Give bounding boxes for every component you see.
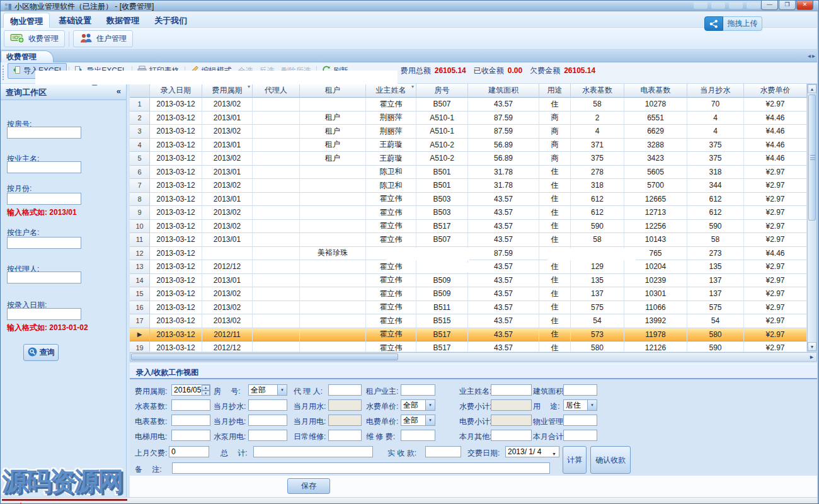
scroll-up-icon[interactable]: ▲ [808,84,816,93]
table-row[interactable]: 52013-03-122013/02租户王蔚璇A510-256.89商37534… [130,152,807,166]
row-header-cell[interactable]: 13 [130,260,150,274]
row-header-cell[interactable]: 3 [130,125,150,139]
row-header-cell[interactable]: 8 [130,193,150,207]
query-input[interactable] [7,308,81,320]
table-row[interactable]: 142013-03-122013/01霍立伟B50943.57住13510239… [130,274,807,288]
table-row[interactable]: 32013-03-122013/02租户荆丽萍A510-187.59商46629… [130,125,807,139]
dropdown-arrow-icon[interactable]: ▼ [425,400,435,410]
column-header[interactable]: 用途 [539,84,571,98]
table-row[interactable]: 12013-03-122013/02霍立伟B50743.57住581027870… [130,98,807,112]
confirm-payment-button[interactable]: 确认收款 [590,446,631,474]
menu-item-1[interactable]: 基础设置 [52,13,98,29]
scroll-right-icon[interactable]: ▶ [808,353,816,360]
form-input[interactable] [401,430,435,441]
form-input[interactable] [248,430,287,441]
row-header-cell[interactable]: 14 [130,274,150,288]
form-input[interactable] [248,399,287,411]
column-header[interactable]: 电表基数 [624,84,687,98]
tab-fee-management[interactable]: 收费管理 [1,50,54,62]
query-input[interactable] [7,193,81,205]
column-header[interactable]: 水费单价 [744,84,807,98]
row-header-cell[interactable]: 19 [130,341,150,352]
menu-item-0[interactable]: 物业管理 [3,13,50,29]
row-header-cell[interactable]: 15 [130,287,150,301]
table-row[interactable]: 102013-03-122013/02霍立伟B51743.57住59012256… [130,220,807,234]
form-select[interactable]: 全部▼ [248,384,287,396]
table-row[interactable]: ▶2013-03-122012/11霍立伟B51743.57住573119785… [130,328,807,342]
query-input[interactable] [7,161,81,173]
tab-prev-icon[interactable]: ◂ [808,52,812,59]
form-input[interactable] [563,430,597,441]
tab-nav-arrows[interactable]: ◂▸ [808,52,816,59]
table-row[interactable]: 42013-03-122013/01租户王蔚璇A510-256.89商37132… [130,139,807,152]
pay-date-select[interactable]: 2013/ 1/ 4▼ [505,446,559,457]
form-input[interactable] [491,415,532,426]
form-input[interactable] [328,430,362,441]
vertical-scrollbar[interactable]: ▲ ▼ [807,84,817,352]
drag-upload-button[interactable]: 拖拽上传 [704,16,762,31]
table-row[interactable]: 62013-03-122013/01陈卫和B50131.78住278560531… [130,166,807,180]
form-input[interactable] [401,384,435,396]
row-header-cell[interactable]: 5 [130,152,150,166]
form-input[interactable] [171,399,210,411]
tab-next-icon[interactable]: ▸ [812,52,816,59]
table-row[interactable]: 112013-03-122013/01霍立伟B50743.57住58101435… [130,233,807,247]
last-month-arrears-input[interactable]: 0 [169,446,209,457]
form-input[interactable] [171,415,210,426]
received-input[interactable] [425,446,461,457]
note-input[interactable] [172,462,550,474]
column-header[interactable]: 费用属期▾ [202,84,253,98]
horizontal-scroll-thumb[interactable] [131,353,398,360]
menu-item-3[interactable]: 关于我们 [148,13,193,29]
table-row[interactable]: 72013-03-122013/02陈卫和B50131.78住318570034… [130,179,807,193]
table-row[interactable]: 162013-03-122013/02霍立伟B51143.57住57511066… [130,301,807,315]
column-header[interactable]: 建筑面积 [468,84,539,98]
row-header-cell[interactable]: 12 [130,247,150,261]
save-button[interactable]: 保存 [287,478,330,494]
table-row[interactable]: 22013-03-122013/01租户荆丽萍A510-187.59商26551… [130,112,807,125]
panel-collapse-icon[interactable]: « [117,86,121,96]
menu-item-2[interactable]: 数据管理 [100,13,146,29]
row-header-cell[interactable]: 4 [130,139,150,152]
dropdown-arrow-icon[interactable]: ▼ [425,415,435,425]
query-input[interactable] [7,272,81,284]
title-bar[interactable]: 小区物业管理软件（已注册） - [收费管理] — ❐ ✕ [1,1,818,11]
spinner-down-icon[interactable]: ▼ [202,391,210,396]
row-header-cell[interactable]: 2 [130,112,150,125]
row-header-cell[interactable]: 16 [130,301,150,315]
column-header[interactable]: 租户 [300,84,366,98]
column-header[interactable]: 代理人 [253,84,300,98]
row-header-cell[interactable]: 11 [130,233,150,247]
row-header-cell[interactable]: 7 [130,179,150,193]
row-header-cell[interactable]: 6 [130,166,150,180]
row-header-cell[interactable]: 1 [130,98,150,112]
toolbar-grip[interactable] [3,66,5,80]
dropdown-arrow-icon[interactable]: ▼ [552,450,556,457]
horizontal-scrollbar[interactable]: ▶ [130,352,817,362]
form-input[interactable] [491,430,532,441]
dropdown-arrow-icon[interactable]: ▼ [277,385,287,395]
row-header-cell[interactable]: 10 [130,220,150,234]
table-corner-cell[interactable] [130,84,150,98]
form-input[interactable] [328,399,362,411]
row-header-cell[interactable]: 17 [130,314,150,328]
spinner-buttons[interactable]: ▲▼ [202,385,210,395]
form-input[interactable] [491,399,532,411]
column-header[interactable]: 录入日期 [150,84,202,98]
form-input[interactable] [328,415,362,426]
calculate-button[interactable]: 计算 [563,446,587,474]
row-header-cell[interactable]: 9 [130,206,150,220]
column-header[interactable]: 房号 [416,84,468,98]
form-input[interactable] [171,430,210,441]
vertical-scroll-thumb[interactable] [808,94,816,220]
panel-pin-icon[interactable]: ▔ [92,85,97,92]
form-input[interactable] [563,415,597,426]
close-button[interactable]: ✕ [796,1,813,10]
minimize-button[interactable]: — [761,1,778,10]
form-input[interactable] [491,384,532,396]
dropdown-arrow-icon[interactable]: ▼ [587,400,597,410]
maximize-button[interactable]: ❐ [779,1,796,10]
table-row[interactable]: 152013-03-122013/02霍立伟B50943.57住13710301… [130,287,807,301]
form-input[interactable] [563,384,597,396]
column-header[interactable]: 业主姓名▾ [366,84,416,98]
